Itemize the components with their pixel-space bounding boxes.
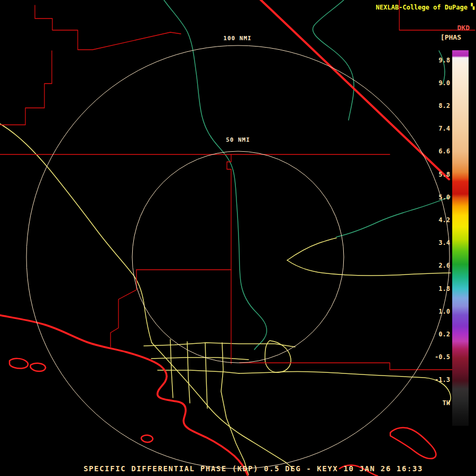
highway bbox=[209, 407, 295, 470]
colorbar-tick-label: 4.2 bbox=[418, 216, 450, 224]
colorbar-tick-label: 9.8 bbox=[418, 57, 450, 65]
colorbar-tick-label: 8.2 bbox=[418, 102, 450, 110]
colorbar-tick-label: 0.2 bbox=[418, 331, 450, 338]
colorbar-gradient bbox=[452, 50, 469, 426]
county-line bbox=[35, 5, 181, 50]
map-canvas bbox=[0, 0, 476, 476]
range-ring-label-50nmi: 50 NMI bbox=[226, 136, 250, 143]
range-ring-label-100nmi: 100 NMI bbox=[223, 35, 251, 42]
range-ring bbox=[132, 151, 344, 363]
colorbar-tick-label: 6.6 bbox=[418, 148, 450, 155]
colorbar-tick-label: 7.4 bbox=[418, 125, 450, 133]
island bbox=[10, 359, 28, 369]
highway bbox=[205, 343, 207, 408]
island bbox=[30, 363, 45, 371]
colorbar-tick-label: 2.6 bbox=[418, 262, 450, 270]
cod-logo-icon: ▚ bbox=[471, 3, 474, 10]
river bbox=[313, 0, 354, 120]
radar-display: 100 NMI 50 NMI NEXLAB-College of DuPage … bbox=[0, 0, 476, 476]
colorbar-tick-label: -0.5 bbox=[418, 353, 450, 361]
colorbar-tick-label: 9.0 bbox=[418, 79, 450, 87]
colorbar-tick-label: 5.0 bbox=[418, 194, 450, 202]
highway bbox=[158, 370, 239, 373]
colorbar-tick-label: -1.3 bbox=[418, 376, 450, 384]
colorbar-tick-label: 3.4 bbox=[418, 239, 450, 247]
colorbar-tick-label: 1.0 bbox=[418, 308, 450, 316]
brand-text: NEXLAB-College of DuPage bbox=[376, 4, 468, 11]
island bbox=[390, 428, 436, 459]
colorbar-tick-label: 5.8 bbox=[418, 171, 450, 179]
county-line bbox=[240, 363, 464, 370]
colorbar-tick-label: TH bbox=[418, 399, 450, 407]
coastline bbox=[0, 315, 248, 475]
product-tag-label: [PHAS bbox=[441, 33, 461, 41]
range-ring bbox=[26, 45, 450, 469]
highway bbox=[144, 343, 295, 347]
county-line bbox=[0, 51, 52, 125]
colorbar-tick-label: 1.8 bbox=[418, 285, 450, 293]
county-line bbox=[111, 270, 136, 347]
county-line bbox=[227, 154, 231, 364]
product-code-label: DKD bbox=[457, 24, 470, 32]
island bbox=[141, 435, 153, 442]
highway bbox=[170, 340, 173, 398]
highway bbox=[287, 238, 336, 260]
highway bbox=[0, 124, 152, 343]
status-bar-text: SPECIFIC DIFFERENTIAL PHASE (KDP) 0.5 DE… bbox=[84, 464, 423, 473]
river bbox=[164, 0, 267, 350]
